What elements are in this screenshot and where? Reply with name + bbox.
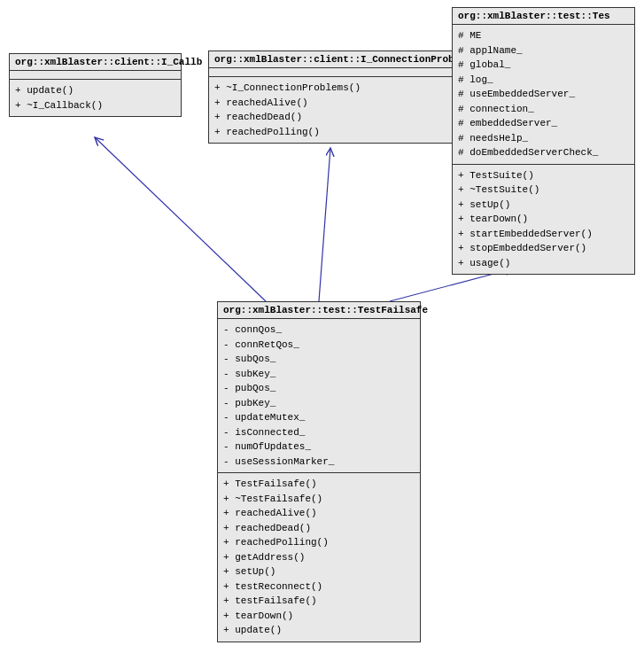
testfailsafe-attributes: - connQos_ - connRetQos_ - subQos_ - sub… bbox=[218, 319, 420, 473]
svg-line-1 bbox=[319, 148, 330, 301]
attr-item: # global_ bbox=[458, 58, 629, 73]
attr-item: # ME bbox=[458, 28, 629, 43]
callback-title: org::xmlBlaster::client::I_Callb bbox=[10, 54, 181, 71]
connection-methods: + ~I_ConnectionProblems() + reachedAlive… bbox=[209, 77, 453, 143]
method-item: + reachedPolling() bbox=[223, 535, 415, 550]
attr-item: - pubQos_ bbox=[223, 381, 415, 396]
attr-item: - connQos_ bbox=[223, 323, 415, 338]
attr-item: # embeddedServer_ bbox=[458, 116, 629, 131]
method-item: + update() bbox=[15, 83, 175, 98]
method-item: + tearDown() bbox=[223, 609, 415, 624]
testsuite-title: org::xmlBlaster::test::Tes bbox=[453, 8, 634, 25]
testsuite-attributes: # ME # applName_ # global_ # log_ # useE… bbox=[453, 25, 634, 165]
method-item: + reachedDead() bbox=[223, 521, 415, 536]
attr-item: - useSessionMarker_ bbox=[223, 455, 415, 470]
method-item: + stopEmbeddedServer() bbox=[458, 241, 629, 256]
method-item: + ~TestFailsafe() bbox=[223, 492, 415, 507]
method-item: + testFailsafe() bbox=[223, 594, 415, 609]
connection-box: org::xmlBlaster::client::I_ConnectionPro… bbox=[208, 51, 454, 144]
testfailsafe-box: org::xmlBlaster::test::TestFailsafe - co… bbox=[217, 301, 421, 642]
method-item: + update() bbox=[223, 623, 415, 638]
attr-item: # useEmbeddedServer_ bbox=[458, 87, 629, 102]
callback-methods: + update() + ~I_Callback() bbox=[10, 80, 181, 116]
testfailsafe-methods: + TestFailsafe() + ~TestFailsafe() + rea… bbox=[218, 473, 420, 642]
method-item: + getAddress() bbox=[223, 550, 415, 565]
method-item: + reachedAlive() bbox=[214, 96, 447, 111]
method-item: + TestSuite() bbox=[458, 168, 629, 183]
connection-attributes bbox=[209, 68, 453, 77]
diagram-container: org::xmlBlaster::client::I_Callb + updat… bbox=[0, 0, 644, 661]
attr-item: - isConnected_ bbox=[223, 425, 415, 440]
attr-item: # applName_ bbox=[458, 43, 629, 58]
method-item: + startEmbeddedServer() bbox=[458, 227, 629, 242]
method-item: + usage() bbox=[458, 256, 629, 271]
attr-item: - updateMutex_ bbox=[223, 410, 415, 425]
attr-item: # needsHelp_ bbox=[458, 131, 629, 146]
callback-box: org::xmlBlaster::client::I_Callb + updat… bbox=[9, 53, 182, 117]
callback-attributes bbox=[10, 71, 181, 80]
method-item: + setUp() bbox=[223, 564, 415, 579]
attr-item: - subQos_ bbox=[223, 352, 415, 367]
svg-line-0 bbox=[95, 137, 266, 301]
attr-item: - subKey_ bbox=[223, 367, 415, 382]
method-item: + ~TestSuite() bbox=[458, 183, 629, 198]
attr-item: # doEmbeddedServerCheck_ bbox=[458, 145, 629, 160]
attr-item: - pubKey_ bbox=[223, 396, 415, 411]
method-item: + testReconnect() bbox=[223, 579, 415, 595]
connection-title: org::xmlBlaster::client::I_ConnectionPro… bbox=[209, 51, 453, 68]
attr-item: - connRetQos_ bbox=[223, 338, 415, 353]
testsuite-box: org::xmlBlaster::test::Tes # ME # applNa… bbox=[452, 7, 635, 275]
method-item: + reachedDead() bbox=[214, 110, 447, 125]
method-item: + ~I_Callback() bbox=[15, 98, 175, 113]
method-item: + setUp() bbox=[458, 198, 629, 213]
attr-item: # connection_ bbox=[458, 102, 629, 117]
method-item: + reachedPolling() bbox=[214, 125, 447, 140]
method-item: + tearDown() bbox=[458, 212, 629, 227]
method-item: + TestFailsafe() bbox=[223, 477, 415, 492]
attr-item: # log_ bbox=[458, 73, 629, 88]
testfailsafe-title: org::xmlBlaster::test::TestFailsafe bbox=[218, 302, 420, 319]
attr-item: - numOfUpdates_ bbox=[223, 439, 415, 455]
method-item: + ~I_ConnectionProblems() bbox=[214, 81, 447, 96]
method-item: + reachedAlive() bbox=[223, 506, 415, 521]
testsuite-methods: + TestSuite() + ~TestSuite() + setUp() +… bbox=[453, 165, 634, 275]
